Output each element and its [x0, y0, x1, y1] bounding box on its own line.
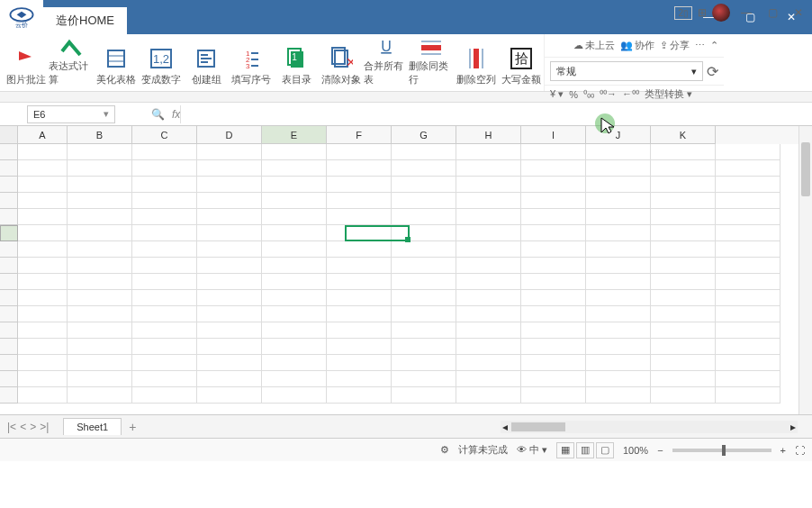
col-header[interactable]: H — [456, 126, 521, 144]
settings-icon[interactable]: ⚙ — [440, 444, 449, 456]
cell[interactable] — [197, 290, 262, 306]
cell[interactable] — [132, 160, 197, 177]
row-header[interactable] — [0, 306, 18, 322]
grid-view-icon[interactable]: ⊞ — [698, 6, 707, 19]
cell[interactable] — [132, 258, 197, 274]
cell[interactable] — [68, 193, 132, 209]
ribbon-create-group[interactable]: 创建组 — [184, 36, 229, 90]
cell[interactable] — [716, 177, 780, 193]
vertical-scrollbar[interactable] — [798, 126, 812, 414]
cell[interactable] — [392, 160, 456, 177]
cell[interactable] — [392, 193, 456, 209]
cell[interactable] — [521, 144, 586, 160]
percent-icon[interactable]: % — [569, 89, 578, 100]
cell[interactable] — [521, 241, 586, 258]
cell[interactable] — [651, 160, 716, 177]
view-toggle[interactable]: 👁 中 ▾ — [517, 443, 547, 457]
cell[interactable] — [651, 193, 716, 209]
cell[interactable] — [456, 371, 521, 387]
cell[interactable] — [716, 387, 780, 404]
cell[interactable] — [651, 339, 716, 355]
cell[interactable] — [18, 160, 68, 177]
cell[interactable] — [132, 355, 197, 371]
cell[interactable] — [716, 274, 780, 290]
cell[interactable] — [586, 306, 651, 322]
cell[interactable] — [456, 241, 521, 258]
cell[interactable] — [716, 339, 780, 355]
cell[interactable] — [132, 177, 197, 193]
cell[interactable] — [586, 355, 651, 371]
cell[interactable] — [132, 290, 197, 306]
cell[interactable] — [456, 355, 521, 371]
cell[interactable] — [521, 274, 586, 290]
cell[interactable] — [392, 339, 456, 355]
currency-icon[interactable]: ¥ ▾ — [550, 88, 564, 100]
cell[interactable] — [716, 209, 780, 225]
cell[interactable] — [262, 355, 327, 371]
cell[interactable] — [586, 274, 651, 290]
cell[interactable] — [586, 193, 651, 209]
app-logo[interactable]: 云价 — [0, 0, 43, 34]
cell[interactable] — [586, 209, 651, 225]
cell[interactable] — [651, 177, 716, 193]
cell[interactable] — [456, 339, 521, 355]
cell[interactable] — [586, 160, 651, 177]
cell[interactable] — [716, 225, 780, 241]
col-header[interactable]: B — [68, 126, 132, 144]
cell[interactable] — [132, 193, 197, 209]
cell[interactable] — [716, 258, 780, 274]
select-all-corner[interactable] — [0, 126, 18, 144]
cell[interactable] — [716, 144, 780, 160]
type-convert[interactable]: 类型转换 ▾ — [645, 87, 692, 101]
cell[interactable] — [392, 306, 456, 322]
cell[interactable] — [456, 160, 521, 177]
cell[interactable] — [132, 339, 197, 355]
chevron-up-icon[interactable]: ⌃ — [710, 40, 718, 51]
cell[interactable] — [716, 306, 780, 322]
cell[interactable] — [327, 160, 392, 177]
tab-prev-icon[interactable]: < — [20, 421, 26, 433]
cell[interactable] — [262, 258, 327, 274]
cell[interactable] — [327, 339, 392, 355]
cell[interactable] — [456, 177, 521, 193]
fx-label[interactable]: fx — [172, 108, 180, 121]
cell[interactable] — [521, 339, 586, 355]
cell[interactable] — [18, 306, 68, 322]
cell[interactable] — [586, 290, 651, 306]
cell[interactable] — [521, 387, 586, 404]
col-header[interactable]: C — [132, 126, 197, 144]
row-header[interactable] — [0, 209, 18, 225]
cell[interactable] — [132, 241, 197, 258]
cell[interactable] — [586, 241, 651, 258]
row-header[interactable] — [0, 177, 18, 193]
cell[interactable] — [586, 371, 651, 387]
cell[interactable] — [716, 193, 780, 209]
cell[interactable] — [262, 387, 327, 404]
zoom-out[interactable]: − — [657, 445, 663, 456]
cell[interactable] — [197, 387, 262, 404]
cell[interactable] — [651, 258, 716, 274]
row-header[interactable] — [0, 241, 18, 258]
cell[interactable] — [327, 355, 392, 371]
cell[interactable] — [262, 193, 327, 209]
cell[interactable] — [716, 355, 780, 371]
cell[interactable] — [392, 387, 456, 404]
cell[interactable] — [132, 371, 197, 387]
ribbon-to-number[interactable]: 1,2变成数字 — [139, 36, 184, 90]
ribbon-sheet-toc[interactable]: 1表目录 — [274, 36, 319, 90]
cell[interactable] — [197, 177, 262, 193]
cell[interactable] — [262, 209, 327, 225]
cell[interactable] — [262, 241, 327, 258]
col-header[interactable]: K — [651, 126, 716, 144]
cell[interactable] — [586, 144, 651, 160]
cell[interactable] — [68, 371, 132, 387]
fullscreen-icon[interactable]: ⛶ — [795, 445, 805, 456]
view-page[interactable]: ▥ — [576, 442, 594, 458]
cell[interactable] — [68, 355, 132, 371]
cell[interactable] — [262, 322, 327, 339]
zoom-level[interactable]: 100% — [623, 445, 648, 456]
cell[interactable] — [651, 144, 716, 160]
cell[interactable] — [651, 209, 716, 225]
cell[interactable] — [392, 322, 456, 339]
cell[interactable] — [197, 209, 262, 225]
